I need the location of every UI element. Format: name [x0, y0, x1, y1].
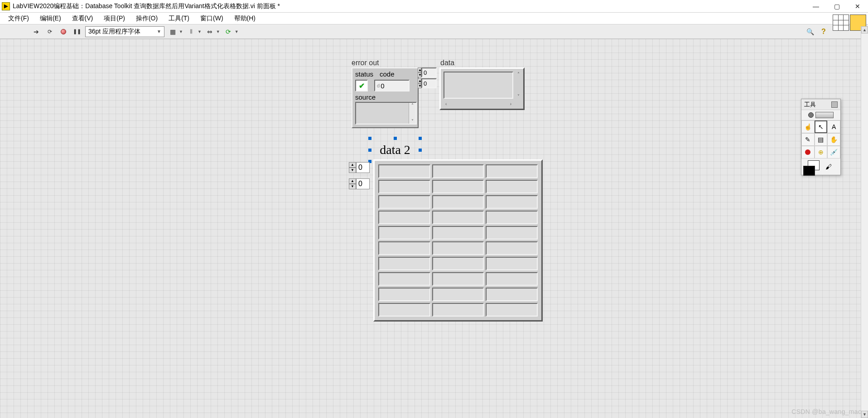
search-button[interactable]: [805, 26, 815, 37]
run-continuous-button[interactable]: [44, 26, 55, 37]
menu-help[interactable]: 帮助(H): [229, 14, 261, 24]
table-row: [378, 226, 538, 240]
menu-operate[interactable]: 操作(O): [130, 14, 163, 24]
spin-up-icon[interactable]: ▲: [349, 178, 356, 184]
table-cell[interactable]: [378, 288, 430, 301]
table-cell[interactable]: [378, 211, 430, 224]
data-listbox[interactable]: ˄˅ ‹›: [439, 67, 525, 110]
menu-project[interactable]: 项目(P): [98, 14, 130, 24]
align-menu[interactable]: ▦▼: [167, 26, 183, 37]
table-cell[interactable]: [378, 226, 430, 240]
table-cell[interactable]: [378, 180, 430, 193]
table-cell[interactable]: [486, 272, 538, 286]
auto-tool-led-icon: [808, 112, 814, 118]
table-cell[interactable]: [432, 288, 484, 301]
table-cell[interactable]: [486, 180, 538, 193]
position-tool[interactable]: ↖: [815, 120, 828, 133]
table-cell[interactable]: [378, 303, 430, 317]
spin-down-icon[interactable]: ▼: [349, 184, 356, 189]
error-out-cluster[interactable]: status code ✔ d 0 source ˄˅: [352, 67, 419, 128]
run-button[interactable]: [31, 26, 42, 37]
tools-palette[interactable]: 工具 ☝ ↖ A ✎ ▤ ✋ ⊕ 💉 🖌: [801, 99, 841, 175]
table-cell[interactable]: [486, 303, 538, 317]
table-cell[interactable]: [432, 241, 484, 255]
menu-window[interactable]: 窗口(W): [195, 14, 229, 24]
reorder-menu[interactable]: ⟳▼: [223, 26, 239, 37]
label-tool[interactable]: A: [827, 120, 840, 133]
table-cell[interactable]: [486, 195, 538, 209]
spin-up-icon[interactable]: ▲: [418, 78, 421, 83]
error-out-caption: error out: [352, 59, 379, 67]
data-col-index[interactable]: 0: [421, 78, 437, 88]
front-panel-canvas[interactable]: error out status code ✔ d 0 source ˄˅ da…: [0, 39, 868, 418]
watermark: CSDN @ba_wang_mao: [791, 408, 862, 415]
table-cell[interactable]: [486, 164, 538, 178]
auto-tool-bar-icon: [815, 112, 834, 118]
connector-pane-icon[interactable]: [833, 14, 849, 31]
window-v-scrollbar[interactable]: ▲ ▼: [861, 26, 868, 418]
spin-down-icon[interactable]: ▼: [418, 83, 421, 88]
fg-color-swatch[interactable]: [803, 166, 815, 176]
table-cell[interactable]: [432, 164, 484, 178]
pause-button[interactable]: [72, 26, 82, 37]
table-cell[interactable]: [486, 257, 538, 270]
spin-up-icon[interactable]: ▲: [349, 162, 356, 168]
close-button[interactable]: ✕: [847, 0, 868, 13]
table-cell[interactable]: [486, 226, 538, 240]
table-row: [378, 303, 538, 317]
coloring-tool[interactable]: 🖌: [821, 160, 836, 173]
color-copy-tool[interactable]: 💉: [827, 146, 840, 159]
shortcut-tool[interactable]: ▤: [815, 133, 828, 146]
source-text[interactable]: ˄˅: [355, 102, 417, 125]
maximize-button[interactable]: ▢: [826, 0, 847, 13]
code-value: d 0: [374, 80, 410, 91]
color-tool-row[interactable]: 🖌: [801, 159, 840, 175]
data-row-index[interactable]: 0: [421, 67, 437, 77]
table-cell[interactable]: [486, 211, 538, 224]
data-v-scrollbar[interactable]: ˄˅: [515, 72, 521, 99]
data2-caption[interactable]: data 2: [372, 141, 418, 159]
data2-row-index[interactable]: 0: [356, 162, 370, 173]
table-row: [378, 288, 538, 301]
scroll-down-icon[interactable]: ▼: [861, 411, 868, 418]
menu-tools[interactable]: 工具(T): [163, 14, 195, 24]
distribute-menu[interactable]: ⫴▼: [186, 26, 202, 37]
table-cell[interactable]: [378, 257, 430, 270]
spin-down-icon[interactable]: ▼: [349, 168, 356, 173]
scroll-tool[interactable]: ✋: [827, 133, 840, 146]
wiring-tool[interactable]: ✎: [801, 133, 815, 146]
menu-file[interactable]: 文件(F): [3, 14, 34, 24]
auto-tool-row[interactable]: [801, 110, 840, 120]
table-cell[interactable]: [432, 180, 484, 193]
operate-tool[interactable]: ☝: [801, 120, 815, 133]
table-cell[interactable]: [432, 272, 484, 286]
palette-pin-button[interactable]: [831, 101, 838, 108]
table-cell[interactable]: [486, 288, 538, 301]
source-scrollbar[interactable]: ˄˅: [409, 103, 416, 124]
table-cell[interactable]: [486, 241, 538, 255]
abort-button[interactable]: [58, 26, 69, 37]
table-cell[interactable]: [378, 164, 430, 178]
font-selector[interactable]: 36pt 应用程序字体 ▼: [85, 26, 164, 37]
data-h-scrollbar[interactable]: ‹›: [444, 101, 513, 107]
menu-edit[interactable]: 编辑(E): [34, 14, 67, 24]
spin-up-icon[interactable]: ▲: [418, 67, 421, 72]
breakpoint-tool[interactable]: [801, 146, 815, 159]
menu-view[interactable]: 查看(V): [67, 14, 99, 24]
scroll-up-icon[interactable]: ▲: [861, 26, 868, 34]
table-cell[interactable]: [432, 257, 484, 270]
resize-menu[interactable]: ⇔▼: [204, 26, 220, 37]
spin-down-icon[interactable]: ▼: [418, 72, 421, 77]
table-cell[interactable]: [432, 226, 484, 240]
table-cell[interactable]: [432, 211, 484, 224]
context-help-button[interactable]: [818, 26, 829, 37]
table-cell[interactable]: [378, 241, 430, 255]
table-cell[interactable]: [432, 303, 484, 317]
table-cell[interactable]: [378, 272, 430, 286]
table-cell[interactable]: [378, 195, 430, 209]
table-cell[interactable]: [432, 195, 484, 209]
data2-col-index[interactable]: 0: [356, 178, 370, 189]
minimize-button[interactable]: —: [805, 0, 826, 13]
data2-table[interactable]: [373, 159, 543, 322]
probe-tool[interactable]: ⊕: [815, 146, 828, 159]
